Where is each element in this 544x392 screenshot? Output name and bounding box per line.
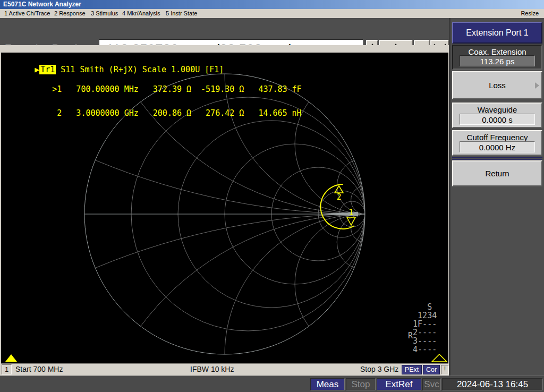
trace-name: Tr1 [39,65,56,74]
softkey-menu-title: Extension Port 1 [452,22,542,44]
port-coupling-matrix: S 1234 1F--- 2---- 3---- 4---- [403,303,437,354]
receiver-label: R [408,331,413,340]
channel-status-bar: 1 Start 700 MHz IFBW 10 kHz Stop 3 GHz P… [1,363,448,375]
submenu-arrow-icon [535,82,539,89]
waveguide-value: 0.0000 s [460,114,535,125]
menu-bar: 1 Active Ch/Trace 2 Response 3 Stimulus … [0,9,544,19]
softkey-return[interactable]: Return [452,160,542,186]
softkey-coax-extension[interactable]: Coax. Extension 113.26 ps [452,45,542,70]
softkey-waveguide[interactable]: Waveguide 0.0000 s [452,103,542,128]
status-stop: Stop [346,378,376,390]
softkey-sidebar: Extension Port 1 Coax. Extension 113.26 … [449,18,544,376]
window-title: E5071C Network Analyzer [3,1,81,8]
chart-area: 12 ▶Tr1S11 Smith (R+jX) Scale 1.000U [F1… [1,53,448,363]
cutoff-frequency-value: 0.0000 Hz [460,141,535,152]
menu-mkr-analysis[interactable]: 4 Mkr/Analysis [122,10,160,16]
svg-text:1: 1 [348,208,353,217]
trace-format-label: S11 Smith (R+jX) Scale 1.000U [F1] [61,65,224,74]
softkey-cutoff-frequency[interactable]: Cutoff Frequency 0.0000 Hz [452,130,542,156]
marker-row-1: >1700.00000MHz372.39Ω-519.30Ω437.83fF [14,78,302,101]
menu-stimulus[interactable]: 3 Stimulus [91,10,118,16]
warning-indicator: ! [441,365,449,374]
menu-response[interactable]: 2 Response [54,10,86,16]
sidebar-gutter [449,18,450,376]
correction-badge: Cor [423,365,440,374]
marker-readout: >1700.00000MHz372.39Ω-519.30Ω437.83fF 23… [14,78,302,125]
channel-number: 1 [2,364,12,374]
title-bar: E5071C Network Analyzer [0,0,544,9]
svg-text:2: 2 [336,192,341,202]
instrument-status-bar: Meas Stop ExtRef Svc 2024-06-13 16:45 [0,376,544,392]
marker-row-2: 23.0000000GHz200.86Ω276.42Ω14.665nH [14,101,302,125]
start-frequency: Start 700 MHz [15,365,63,373]
channel-window: 12 ▶Tr1S11 Smith (R+jX) Scale 1.000U [F1… [0,45,449,376]
port-extension-badge: PExt [402,365,422,374]
menu-instr-state[interactable]: 5 Instr State [166,10,197,16]
status-meas: Meas [310,378,345,390]
resize-button[interactable]: Resize [521,10,539,16]
e5071c-screen: { "window_title": "E5071C Network Analyz… [0,0,544,392]
softkey-loss[interactable]: Loss [452,71,542,99]
status-datetime: 2024-06-13 16:45 [442,378,543,390]
active-trace-pointer-icon: ▶ [35,65,39,74]
stop-frequency: Stop 3 GHz [360,365,398,373]
coax-extension-value: 113.26 ps [460,55,535,66]
softkey-separator [452,157,542,160]
status-extref: ExtRef [377,378,421,390]
status-svc: Svc [422,378,441,390]
ifbw-readout: IFBW 10 kHz [190,365,234,373]
menu-active-ch-trace[interactable]: 1 Active Ch/Trace [4,10,50,16]
